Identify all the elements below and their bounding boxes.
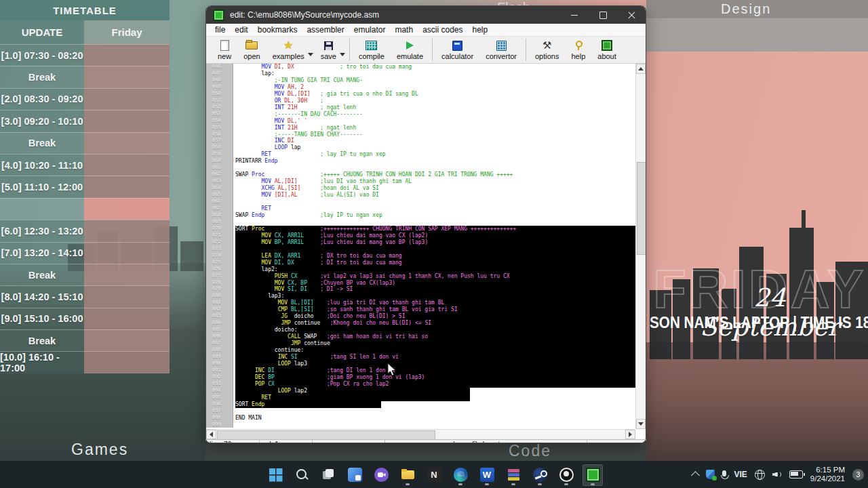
code-segment <box>314 306 327 312</box>
line-number: 092 <box>206 374 233 381</box>
save-label: save <box>321 52 336 60</box>
options-button[interactable]: ⚒options <box>529 37 565 63</box>
code-line: 073 <box>206 246 646 253</box>
code-segment <box>298 125 321 131</box>
emulate-label: emulate <box>397 52 423 60</box>
code-segment: OR <box>275 98 281 104</box>
timetable-row: [8.0] 14:20 - 15:10 <box>0 285 170 307</box>
emu-icon <box>586 468 600 482</box>
code-segment: RET <box>262 151 271 157</box>
notepad-icon <box>427 468 441 482</box>
save-dropdown-icon[interactable] <box>340 53 345 56</box>
line-number: 074 <box>206 253 233 260</box>
scroll-up-button[interactable] <box>636 64 646 74</box>
menu-item-math[interactable]: math <box>390 25 418 35</box>
taskbar-search-button[interactable] <box>292 464 312 486</box>
code-line: 096SORT Endp <box>206 401 646 408</box>
code-line: 056 ;-----TANG BIEN CHAY------- <box>206 131 646 138</box>
scroll-left-button[interactable] <box>206 430 216 439</box>
examples-button[interactable]: ★examples <box>267 37 311 63</box>
battery-icon[interactable] <box>789 470 803 479</box>
code-segment: ;-------IN DAU CACH-------- <box>275 111 363 117</box>
volume-icon[interactable] <box>772 470 782 479</box>
maximize-button[interactable] <box>589 6 617 24</box>
taskbar-start-button[interactable] <box>265 464 285 486</box>
emulate-button[interactable]: emulate <box>391 37 429 63</box>
code-segment: BP <box>264 374 274 380</box>
code-text: POP CX ;Pop CX ra cho lap2 <box>233 381 646 388</box>
notification-badge[interactable]: 3 <box>852 469 864 481</box>
code-segment: DI, DX <box>271 260 294 266</box>
line-number: 059 <box>206 151 233 158</box>
taskbar-winrar-button[interactable] <box>503 464 524 486</box>
taskbar-edge-button[interactable] <box>450 464 471 486</box>
vertical-scrollbar-thumb[interactable] <box>637 162 646 255</box>
code-segment: ;Pop CX ra cho lap2 <box>327 381 389 387</box>
new-label: new <box>218 52 231 60</box>
horizontal-scrollbar-thumb[interactable] <box>217 430 435 440</box>
code-line: 051 OR DL, 30H ; <box>206 98 646 104</box>
taskbar-notepad-button[interactable] <box>424 464 444 486</box>
scroll-right-button[interactable] <box>625 430 635 439</box>
window-titlebar[interactable]: edit: C:\emu8086\MySource\mycode.asm <box>206 6 646 24</box>
line-number: 099 <box>206 422 233 428</box>
code-text: INC DI ;tang DI len 1 don vi <box>233 367 646 374</box>
code-segment <box>235 104 275 110</box>
menu-item-edit[interactable]: edit <box>230 25 252 35</box>
code-segment: doicho: <box>235 327 298 333</box>
code-segment: ; <box>320 98 323 104</box>
taskbar-word-button[interactable] <box>477 464 497 486</box>
timetable-row: [3.0] 09:20 - 10:10 <box>0 110 170 131</box>
code-line: 076 lap2: <box>206 266 646 273</box>
network-icon[interactable] <box>755 470 765 480</box>
windows-security-icon[interactable] <box>706 470 715 479</box>
taskbar-chat-button[interactable] <box>371 464 391 486</box>
examples-dropdown-icon[interactable] <box>308 53 313 56</box>
about-button[interactable]: about <box>591 37 623 63</box>
taskbar-explorer-button[interactable] <box>397 464 418 486</box>
taskbar-emu-button[interactable] <box>583 464 603 486</box>
line-number: 087 <box>206 340 233 347</box>
menu-item-ascii-codes[interactable]: ascii codes <box>418 25 467 35</box>
code-segment <box>264 226 320 232</box>
minimize-button[interactable] <box>560 6 589 24</box>
line-number: 077 <box>206 273 233 280</box>
tray-overflow-chevron-icon[interactable] <box>692 471 701 480</box>
convertor-button[interactable]: convertor <box>479 37 523 63</box>
file-drop-zone[interactable]: drag a file here to open <box>384 439 587 443</box>
help-button[interactable]: help <box>565 37 591 63</box>
timetable-row-label: [8.0] 14:20 - 15:10 <box>0 286 84 307</box>
menu-item-file[interactable]: file <box>210 25 230 35</box>
microphone-icon[interactable] <box>722 470 726 476</box>
new-button[interactable]: new <box>212 37 237 63</box>
taskbar-steam-button[interactable] <box>530 464 550 486</box>
menu-item-bookmarks[interactable]: bookmarks <box>253 25 302 35</box>
open-button[interactable]: open <box>237 37 266 63</box>
code-segment: XCHG <box>262 185 275 191</box>
code-segment: ;Doi cho neu BL(DI) > SI <box>327 313 406 319</box>
taskbar-widgets-button[interactable] <box>344 464 365 486</box>
code-segment <box>264 171 320 178</box>
menu-item-emulator[interactable]: emulator <box>349 25 391 35</box>
scroll-down-button[interactable] <box>636 419 646 429</box>
save-button[interactable]: save <box>315 37 342 63</box>
code-segment: INT <box>275 104 284 110</box>
code-segment: MOV <box>275 84 284 90</box>
vertical-scrollbar[interactable] <box>635 64 646 429</box>
code-text: DEC BP ;giam BP xuong 1 don vi (lap3) <box>233 374 646 381</box>
calculator-button[interactable]: calculator <box>435 37 479 63</box>
menu-item-help[interactable]: help <box>468 25 493 35</box>
clock[interactable]: 6:15 PM 9/24/2021 <box>810 466 845 483</box>
language-indicator[interactable]: VIE <box>734 470 747 479</box>
close-button[interactable] <box>617 6 646 24</box>
taskbar-obs-button[interactable] <box>556 464 576 486</box>
line-number: 080 <box>206 293 233 300</box>
code-editor[interactable]: 046 MOV DI, DX ; tro toi dau cua mang047… <box>206 64 646 429</box>
compile-button[interactable]: compile <box>353 37 391 63</box>
menu-item-assembler[interactable]: assembler <box>302 25 349 35</box>
wallpaper-water-right <box>646 342 868 461</box>
code-text <box>233 422 646 428</box>
taskbar-taskview-button[interactable] <box>318 464 338 486</box>
horizontal-scrollbar[interactable] <box>206 429 635 439</box>
line-number: 083 <box>206 313 233 320</box>
